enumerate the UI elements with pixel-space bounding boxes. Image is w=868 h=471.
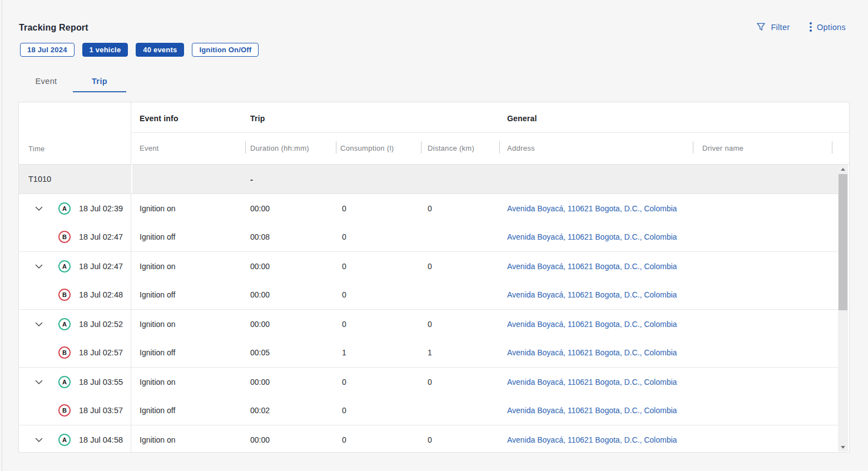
table-row[interactable]: A 18 Jul 02:52 Ignition on 00:00 0 0 Ave… <box>19 309 838 338</box>
duration-cell: 00:00 <box>245 262 336 271</box>
group-header-general: General <box>507 114 537 123</box>
chip-event-count[interactable]: 40 events <box>136 43 184 57</box>
arrow-up-icon[interactable] <box>838 165 848 173</box>
column-divider <box>832 141 832 153</box>
table-header: Time Event info Trip General Event Durat… <box>19 102 849 165</box>
time-cell: A 18 Jul 02:39 <box>19 194 131 222</box>
duration-cell: 00:05 <box>245 348 336 357</box>
consumption-cell: 1 <box>336 348 421 357</box>
table-row[interactable]: A 18 Jul 02:39 Ignition on 00:00 0 0 Ave… <box>19 194 838 222</box>
event-time: 18 Jul 02:52 <box>79 320 123 329</box>
distance-cell: 0 <box>421 204 499 213</box>
chevron-down-icon[interactable] <box>33 261 44 272</box>
chip-vehicle-count[interactable]: 1 vehicle <box>82 43 128 57</box>
tab-trip[interactable]: Trip <box>73 71 126 91</box>
consumption-cell: 0 <box>336 435 421 444</box>
col-header-time: Time <box>19 102 131 165</box>
tab-event[interactable]: Event <box>19 71 73 91</box>
address-link[interactable]: Avenida Boyacá, 110621 Bogota, D.C., Col… <box>499 204 693 213</box>
arrow-down-icon[interactable] <box>838 443 848 452</box>
chevron-down-icon[interactable] <box>33 319 44 330</box>
time-cell: A 18 Jul 04:58 <box>19 425 131 452</box>
address-link[interactable]: Avenida Boyacá, 110621 Bogota, D.C., Col… <box>499 406 693 415</box>
col-header-distance: Distance (km) <box>428 144 474 152</box>
time-cell: A 18 Jul 02:47 <box>19 252 131 280</box>
options-button[interactable]: Options <box>810 22 846 32</box>
trip-end-badge: B <box>58 289 71 301</box>
vehicle-duration: - <box>250 175 253 184</box>
address-link[interactable]: Avenida Boyacá, 110621 Bogota, D.C., Col… <box>499 320 693 329</box>
kebab-menu-icon <box>810 22 812 32</box>
chevron-down-icon[interactable] <box>33 434 44 445</box>
filter-button[interactable]: Filter <box>756 22 790 32</box>
address-link[interactable]: Avenida Boyacá, 110621 Bogota, D.C., Col… <box>499 232 693 241</box>
chip-date[interactable]: 18 Jul 2024 <box>20 43 75 57</box>
table-row[interactable]: A 18 Jul 03:55 Ignition on 00:00 0 0 Ave… <box>19 367 838 396</box>
col-header-duration: Duration (hh:mm) <box>250 144 309 152</box>
scrollbar-thumb[interactable] <box>839 174 847 310</box>
event-name-cell: Ignition on <box>131 204 245 213</box>
event-name-cell: Ignition on <box>131 378 245 386</box>
address-link[interactable]: Avenida Boyacá, 110621 Bogota, D.C., Col… <box>499 348 693 357</box>
filter-button-label: Filter <box>771 23 790 32</box>
table-row[interactable]: B 18 Jul 03:57 Ignition off 00:02 0 Aven… <box>19 396 838 425</box>
event-name-cell: Ignition on <box>131 320 245 329</box>
address-link[interactable]: Avenida Boyacá, 110621 Bogota, D.C., Col… <box>499 435 693 444</box>
table-row[interactable]: B 18 Jul 02:48 Ignition off 00:00 0 Aven… <box>19 280 838 309</box>
report-tabs: Event Trip <box>19 71 126 91</box>
time-cell: B 18 Jul 02:48 <box>19 280 131 309</box>
chip-event-type[interactable]: Ignition On/Off <box>192 43 259 57</box>
duration-cell: 00:08 <box>245 232 336 241</box>
time-cell: A 18 Jul 03:55 <box>19 368 131 396</box>
table-row[interactable]: A 18 Jul 02:47 Ignition on 00:00 0 0 Ave… <box>19 251 838 280</box>
event-name-cell: Ignition off <box>131 290 245 299</box>
group-header-row: Event info Trip General <box>131 105 849 133</box>
duration-cell: 00:00 <box>245 378 336 386</box>
page-title: Tracking Report <box>19 23 88 33</box>
chevron-down-icon[interactable] <box>33 203 44 214</box>
event-time: 18 Jul 02:57 <box>79 348 123 357</box>
trip-start-badge: A <box>58 260 71 272</box>
consumption-cell: 0 <box>336 290 421 299</box>
event-time: 18 Jul 03:57 <box>79 406 123 415</box>
table-row[interactable]: A 18 Jul 04:58 Ignition on 00:00 0 0 Ave… <box>19 425 838 452</box>
time-cell: B 18 Jul 02:57 <box>19 338 131 367</box>
trip-start-badge: A <box>58 434 71 446</box>
address-link[interactable]: Avenida Boyacá, 110621 Bogota, D.C., Col… <box>499 262 693 271</box>
time-cell: A 18 Jul 02:52 <box>19 310 131 338</box>
event-time: 18 Jul 02:39 <box>79 204 123 213</box>
table-body: T1010 - A 18 Jul 02:39 Ignition on 00:00… <box>19 165 838 452</box>
event-time: 18 Jul 03:55 <box>79 378 123 386</box>
vehicle-group-row[interactable]: T1010 - <box>19 165 838 194</box>
trip-start-badge: A <box>58 318 71 330</box>
event-name-cell: Ignition on <box>131 435 245 444</box>
consumption-cell: 0 <box>336 232 421 241</box>
event-time: 18 Jul 02:48 <box>79 290 123 299</box>
column-header-row: Event Duration (hh:mm) Consumption (l) D… <box>131 133 849 165</box>
distance-cell: 0 <box>421 378 499 386</box>
vertical-scrollbar[interactable] <box>838 165 848 452</box>
trip-start-badge: A <box>58 202 71 215</box>
event-time: 18 Jul 04:58 <box>79 435 123 444</box>
address-link[interactable]: Avenida Boyacá, 110621 Bogota, D.C., Col… <box>499 290 693 299</box>
distance-cell: 0 <box>421 320 499 329</box>
filter-chips: 18 Jul 2024 1 vehicle 40 events Ignition… <box>20 43 259 57</box>
trip-end-badge: B <box>58 404 71 417</box>
chevron-down-icon[interactable] <box>33 376 44 388</box>
table-row[interactable]: B 18 Jul 02:57 Ignition off 00:05 1 1 Av… <box>19 338 838 367</box>
col-header-consumption: Consumption (l) <box>340 144 394 152</box>
group-header-event-info: Event info <box>140 114 178 123</box>
time-cell: B 18 Jul 02:47 <box>19 222 131 251</box>
event-name-cell: Ignition on <box>131 262 245 271</box>
options-button-label: Options <box>817 23 846 32</box>
trip-end-badge: B <box>58 346 71 359</box>
group-header-trip: Trip <box>250 114 265 123</box>
column-divider <box>336 141 336 153</box>
table-row[interactable]: B 18 Jul 02:47 Ignition off 00:08 0 Aven… <box>19 222 838 251</box>
distance-cell: 1 <box>421 348 499 357</box>
duration-cell: 00:00 <box>245 290 336 299</box>
event-time: 18 Jul 02:47 <box>79 232 123 241</box>
trip-start-badge: A <box>58 376 71 388</box>
address-link[interactable]: Avenida Boyacá, 110621 Bogota, D.C., Col… <box>499 378 693 386</box>
consumption-cell: 0 <box>336 406 421 415</box>
